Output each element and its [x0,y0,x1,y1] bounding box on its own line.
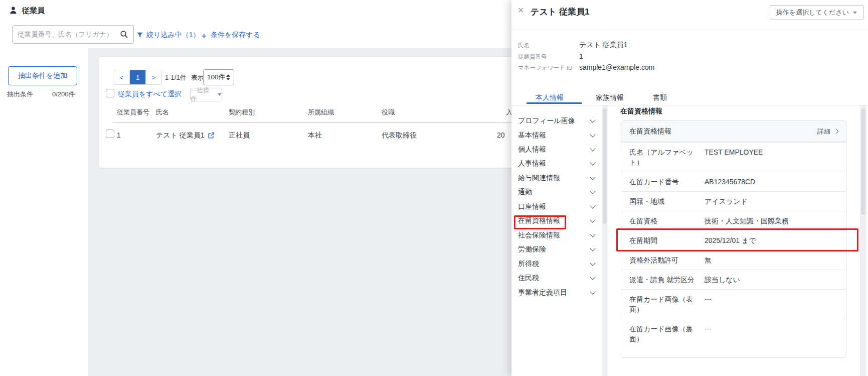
nav-item-profile-image[interactable]: プロフィール画像 [511,114,602,128]
search-placeholder: 従業員番号、氏名（フリガナ） [18,30,120,39]
detail-row-card-image-back: 在留カード画像（裏面）--- [621,319,846,348]
pagination-page-1-button[interactable]: 1 [129,70,145,84]
cell-contract-type: 正社員 [229,131,250,140]
residence-status-card: 在留資格情報 詳細 氏名（アルファベット）TEST EMPLOYEE 在留カード… [621,120,846,358]
chevron-down-icon [590,188,595,194]
summary-label: 従業員番号 [518,53,579,61]
residence-card-title: 在留資格情報 [629,127,671,136]
nav-item-custom-fields[interactable]: 事業者定義項目 [511,286,602,300]
select-all-checkbox[interactable] [106,89,114,97]
chevron-down-icon [590,146,595,151]
filter-active-link[interactable]: 絞り込み中（1） [136,31,200,40]
content-scrollbar-thumb[interactable] [861,108,865,215]
chevron-down-icon [590,132,595,137]
summary-row-name: 氏名 テスト 従業員1 [518,41,654,50]
col-header-name: 氏名 [156,108,169,117]
extraction-conditions-count: 0/200件 [52,90,75,99]
tab-documents[interactable]: 書類 [653,93,667,102]
save-filter-label: 条件を保存する [211,31,260,40]
summary-value: sample1@example.com [579,63,654,71]
select-updown-icon [226,74,230,80]
pagination: < 1 > [113,70,162,85]
detail-row-dispatch-contract-type: 派遣・請負 就労区分該当しない [621,270,846,289]
chevron-down-icon [590,260,595,266]
chevron-down-icon [590,274,595,280]
tabs-divider [511,105,868,105]
detail-row-name-alphabet: 氏名（アルファベット）TEST EMPLOYEE [621,142,846,172]
chevron-down-icon [590,203,595,208]
save-filter-link[interactable]: ＋ 条件を保存する [200,31,260,40]
search-icon[interactable] [120,30,128,39]
nav-item-hr-info[interactable]: 人事情報 [511,157,602,171]
col-header-contract-type: 契約種別 [229,108,255,117]
detail-row-permit-outside-status: 資格外活動許可無 [621,250,846,270]
nav-item-basic-info[interactable]: 基本情報 [511,129,602,143]
detail-row-residence-card-no: 在留カード番号AB12345678CD [621,172,846,191]
tab-family-info[interactable]: 家族情報 [596,93,624,102]
employee-name-text: テスト 従業員1 [156,131,205,140]
chevron-right-icon [834,129,839,134]
employee-icon [9,6,18,15]
nav-item-commute[interactable]: 通勤 [511,185,602,199]
detail-link[interactable]: 詳細 [817,127,838,136]
detail-row-nationality: 国籍・地域アイスランド [621,191,846,211]
summary-row-employee-no: 従業員番号 1 [518,52,654,61]
add-extraction-condition-button[interactable]: 抽出条件を追加 [8,66,77,85]
pagination-next-button[interactable]: > [145,70,161,84]
nav-item-salary-info[interactable]: 給与関連情報 [511,171,602,185]
summary-label: 氏名 [518,42,579,49]
filter-label: 絞り込み中（1） [146,31,200,40]
tab-personal-info[interactable]: 本人情報 [536,93,564,102]
col-header-position: 役職 [382,108,395,117]
funnel-icon [136,32,143,39]
residence-card-header: 在留資格情報 詳細 [621,121,846,142]
employee-summary: 氏名 テスト 従業員1 従業員番号 1 マネーフォワード ID sample1@… [518,41,654,72]
caret-down-icon [218,93,222,96]
nav-scrollbar-thumb[interactable] [603,108,607,224]
table-header-divider [113,122,515,123]
content-scrollbar-track[interactable] [860,105,866,376]
select-all-label[interactable]: 従業員をすべて選択 [118,90,182,99]
employee-list-card: < 1 > 1-1/1件 表示件数 100件 従業員をすべて選択 一括操作 従業… [98,56,522,168]
nav-item-labor-insurance[interactable]: 労働保険 [511,242,602,257]
external-link-icon[interactable] [208,132,215,139]
chevron-down-icon [590,117,595,122]
detail-row-residence-status: 在留資格技術・人文知識・国際業務 [621,211,846,230]
summary-label: マネーフォワード ID [518,64,579,72]
drawer-header-divider [511,30,868,30]
nav-item-resident-tax[interactable]: 住民税 [511,271,602,285]
employee-detail-drawer: ✕ テスト 従業員1 操作を選択してください 氏名 テスト 従業員1 従業員番号… [511,0,868,376]
cell-name: テスト 従業員1 [156,131,215,140]
extraction-conditions-label: 抽出条件 [7,90,33,99]
chevron-down-icon [590,289,595,294]
chevron-down-icon [590,174,595,180]
detail-row-card-image-front: 在留カード画像（表面）--- [621,289,846,319]
search-input[interactable]: 従業員番号、氏名（フリガナ） [12,25,134,44]
per-page-value: 100件 [207,73,225,82]
summary-row-mf-id: マネーフォワード ID sample1@example.com [518,63,654,72]
nav-item-social-insurance[interactable]: 社会保険情報 [511,228,602,242]
bulk-action-button[interactable]: 一括操作 [190,88,222,101]
cell-hire-date: 20 [497,131,505,139]
nav-item-residence-status[interactable]: 在留資格情報 [511,214,602,228]
active-tab-underline [527,102,582,104]
drawer-title: テスト 従業員1 [531,6,589,18]
nav-scrollbar-track[interactable] [602,105,608,376]
cell-position: 代表取締役 [382,131,417,140]
nav-item-income-tax[interactable]: 所得税 [511,257,602,271]
action-select-button[interactable]: 操作を選択してください [770,5,863,20]
chevron-down-icon [590,217,595,222]
per-page-select[interactable]: 100件 [203,69,234,85]
nav-item-personal-info[interactable]: 個人情報 [511,143,602,157]
cell-employee-no: 1 [117,131,121,139]
chevron-down-icon [590,245,595,251]
detail-row-residence-period: 在留期間2025/12/01 まで [621,230,846,250]
caret-down-icon [853,12,857,14]
page-title: 従業員 [22,6,45,16]
row-checkbox[interactable] [106,130,114,138]
bulk-action-label: 一括操作 [191,86,215,103]
close-icon[interactable]: ✕ [517,7,524,15]
pagination-prev-button[interactable]: < [113,70,129,84]
nav-item-bank-account[interactable]: 口座情報 [511,200,602,214]
chevron-down-icon [590,160,595,165]
